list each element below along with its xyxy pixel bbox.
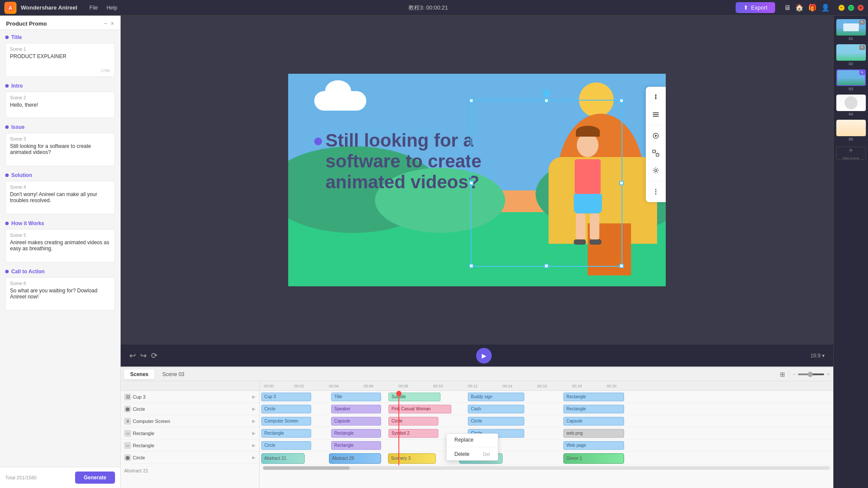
clip-webpage[interactable]: Web page — [563, 441, 624, 450]
issue-scene-label: Scene 3 — [10, 137, 110, 141]
zoom-thumb[interactable] — [808, 372, 813, 377]
scene-thumb-02[interactable]: 02 ✎ — [836, 44, 866, 66]
clips-area: 00:00 00:02 00:04 00:06 00:08 00:10 00:1… — [260, 381, 833, 488]
svg-rect-4 — [653, 114, 659, 115]
section-howitworks: How it Works Scene 5 Anireel makes creat… — [5, 220, 115, 262]
user-icon[interactable]: 👤 — [821, 3, 830, 12]
clip-rectangle2[interactable]: Rectangle — [563, 405, 624, 413]
scale-icon[interactable] — [649, 146, 663, 160]
playhead[interactable] — [398, 391, 399, 465]
track-expand-rect1[interactable]: ▶ — [252, 431, 256, 436]
howitworks-input[interactable]: Anireel makes creating animated videos a… — [10, 239, 110, 257]
track-expand-rect2[interactable]: ▶ — [252, 443, 256, 448]
clip-circle-row5[interactable]: Circle — [261, 441, 311, 450]
ctx-replace[interactable]: Replace — [447, 434, 498, 446]
panel-content: Title Scene 1 PRODUCT EXPLAINER 17/80 In… — [0, 30, 120, 467]
ruler-mark-4: 00:04 — [329, 384, 339, 388]
clip-symbol2[interactable]: Symbol 2 — [388, 429, 438, 438]
issue-input[interactable]: Still looking for a software to create a… — [10, 143, 110, 160]
canvas-toolbar — [646, 87, 666, 202]
solution-input[interactable]: Don't worry! Anireel can make all your t… — [10, 191, 110, 209]
timeline-scrollbar[interactable] — [263, 466, 830, 470]
clip-webpng[interactable]: web.png — [563, 429, 624, 438]
ctx-delete[interactable]: Delete Del — [447, 448, 498, 460]
clip-buddysign[interactable]: Buddy sign — [468, 393, 524, 401]
clip-capsule-row3[interactable]: Capsule — [331, 417, 381, 426]
aspect-ratio[interactable]: 16:9 ▾ — [810, 353, 825, 359]
home-icon[interactable]: 🏠 — [795, 3, 804, 12]
clip-scenery3[interactable]: Scenery 3 — [388, 453, 436, 464]
add-scene-icon: + — [848, 146, 853, 155]
more-icon[interactable] — [649, 185, 663, 199]
track-icon-cup3: 🖼 — [124, 393, 131, 400]
clip-cup3[interactable]: Cup 3 — [261, 393, 311, 401]
maximize-button[interactable]: □ — [848, 5, 854, 11]
timeline-zoom-icon[interactable]: ⊞ — [780, 371, 785, 378]
export-button[interactable]: ⬆ Export — [736, 2, 775, 13]
canvas-area: Still looking for a software to create a… — [121, 16, 833, 344]
gift-icon[interactable]: 🎁 — [808, 3, 817, 12]
layers-icon[interactable] — [649, 108, 663, 121]
track-expand-circle2[interactable]: ▶ — [252, 455, 256, 460]
clip-circle-right[interactable]: Circle — [468, 417, 524, 426]
abstract-track: Abstract 21 Abstract 29 Scenery 3 Abstra… — [260, 452, 833, 465]
clip-speaker[interactable]: Speaker — [331, 405, 381, 413]
clip-rectangle1[interactable]: Rectangle — [563, 393, 624, 401]
track-icon-computerscreen: 🖥 — [124, 418, 131, 425]
menu-file[interactable]: File — [86, 4, 101, 12]
clip-title[interactable]: Title — [331, 393, 381, 401]
zoom-in-icon[interactable]: + — [827, 371, 830, 377]
clip-cash[interactable]: Cash — [468, 405, 524, 413]
run-icon[interactable] — [649, 129, 663, 143]
scene-thumb-03[interactable]: 03 ✎ — [836, 69, 866, 91]
menu-help[interactable]: Help — [103, 4, 121, 12]
settings-icon[interactable] — [649, 164, 663, 177]
context-menu: Replace Delete Del — [446, 433, 498, 461]
clip-computerscreen-row3[interactable]: Computer Screen — [261, 417, 311, 426]
tab-scene03[interactable]: Scene 03 — [156, 370, 191, 379]
panel-minimize[interactable]: − — [104, 20, 107, 27]
scene-thumb-04[interactable]: 04 — [836, 95, 866, 116]
add-scene-button[interactable]: + Add scene — [836, 147, 866, 160]
scene-thumb-01[interactable]: 01 ✎ — [836, 19, 866, 41]
clip-circle-subtitle[interactable]: Circle — [388, 417, 438, 426]
cloud-element — [314, 91, 366, 111]
clip-abstract29[interactable]: Abstract 29 — [329, 453, 381, 464]
track-expand-cup3[interactable]: ▶ — [252, 394, 256, 399]
play-button[interactable]: ▶ — [476, 348, 492, 364]
undo-button[interactable]: ↩ — [129, 351, 136, 360]
clip-rect-row4b[interactable]: Rectangle — [331, 429, 381, 438]
panel-close[interactable]: × — [111, 20, 114, 27]
intro-input[interactable]: Hello, there! — [10, 102, 110, 112]
tab-scenes[interactable]: Scenes — [124, 370, 155, 379]
clip-row-4: Rectangle Rectangle Symbol 2 Circle web.… — [260, 427, 833, 439]
app-name: Wondershare Anireel — [21, 4, 77, 11]
generate-button[interactable]: Generate — [75, 472, 115, 484]
title-input[interactable]: PRODUCT EXPLAINER — [10, 53, 110, 66]
track-expand-computerscreen[interactable]: ▶ — [252, 419, 256, 423]
clip-rect-row4[interactable]: Rectangle — [261, 429, 311, 438]
clip-abstract21[interactable]: Abstract 21 — [261, 453, 305, 464]
replace-icon[interactable] — [649, 90, 663, 104]
clip-capsule-far[interactable]: Capsule — [563, 417, 624, 426]
clip-rect-row5[interactable]: Rectangle — [331, 441, 381, 450]
refresh-button[interactable]: ⟳ — [151, 351, 158, 360]
clip-circle-row2[interactable]: Circle — [261, 405, 311, 413]
zoom-track[interactable] — [798, 373, 824, 375]
scene-thumb-05[interactable]: 05 — [836, 120, 866, 141]
zoom-out-icon[interactable]: − — [792, 371, 796, 377]
clip-green1[interactable]: Green 1 — [563, 453, 624, 464]
monitor-icon[interactable]: 🖥 — [784, 4, 791, 12]
clip-pinkcasualwoman[interactable]: Pink Casual Woman — [388, 405, 451, 413]
minimize-button[interactable]: − — [838, 5, 845, 11]
cta-scene-label: Scene 6 — [10, 281, 110, 286]
timeline-header-bar: Scenes Scene 03 ⊞ − + — [121, 367, 833, 381]
track-labels: 🖼 Cup 3 ▶ ⬤ Circle ▶ 🖥 Computer Screen ▶ — [121, 381, 260, 488]
redo-button[interactable]: ↪ — [140, 351, 147, 360]
close-button[interactable]: × — [858, 5, 864, 11]
track-expand-circle1[interactable]: ▶ — [252, 406, 256, 411]
scrollbar-thumb[interactable] — [263, 466, 350, 470]
cta-input[interactable]: So what are you waiting for? Dowload Ani… — [10, 288, 110, 305]
title-center: 教程3: 00:00:21 — [125, 4, 731, 12]
intro-scene-card: Scene 2 Hello, there! — [5, 92, 115, 118]
